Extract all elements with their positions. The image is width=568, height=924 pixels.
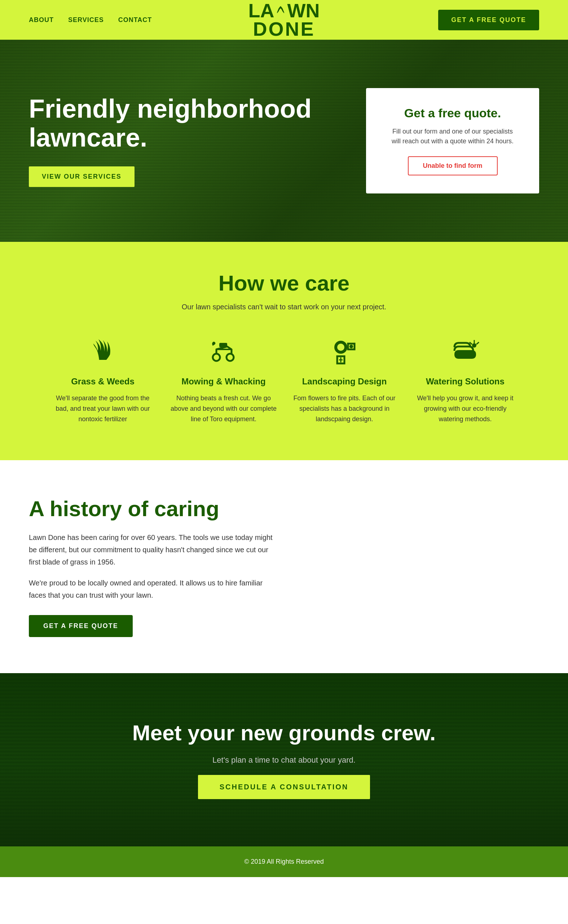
logo-lawn: LA — [248, 2, 275, 20]
header-get-quote-button[interactable]: GET A FREE QUOTE — [438, 10, 539, 30]
service-watering-title: Watering Solutions — [412, 376, 518, 386]
nav-contact[interactable]: CONTACT — [118, 16, 152, 24]
history-get-quote-button[interactable]: GET A FREE QUOTE — [29, 615, 133, 637]
how-we-care-section: How we care Our lawn specialists can't w… — [0, 242, 568, 460]
nav-services[interactable]: SERVICES — [68, 16, 104, 24]
service-landscaping-title: Landscaping Design — [292, 376, 398, 386]
footer: © 2019 All Rights Reserved — [0, 847, 568, 877]
service-mowing-desc: Nothing beats a fresh cut. We go above a… — [171, 393, 277, 424]
svg-point-5 — [337, 344, 344, 351]
meet-crew-title: Meet your new grounds crew. — [132, 720, 436, 745]
schedule-consultation-button[interactable]: SCHEDULE A CONSULTATION — [198, 775, 370, 799]
svg-rect-2 — [219, 343, 227, 347]
logo-done: DONE — [248, 20, 320, 38]
service-mowing-title: Mowing & Whacking — [171, 376, 277, 386]
history-section: A history of caring Lawn Done has been c… — [0, 460, 568, 673]
history-paragraph1: Lawn Done has been caring for over 60 ye… — [29, 531, 274, 568]
how-we-care-subtitle: Our lawn specialists can't wait to start… — [29, 303, 539, 311]
history-paragraph2: We're proud to be locally owned and oper… — [29, 577, 274, 601]
landscaping-design-icon — [292, 336, 398, 369]
svg-point-0 — [213, 354, 220, 361]
hero-text: Friendly neighborhood lawncare. VIEW OUR… — [29, 95, 344, 186]
logo-grass-icon — [275, 5, 287, 18]
mowing-whacking-icon — [171, 336, 277, 369]
footer-copyright: © 2019 All Rights Reserved — [244, 858, 323, 865]
meet-crew-subtitle: Let's plan a time to chat about your yar… — [212, 756, 356, 765]
quote-card-description: Fill out our form and one of our special… — [388, 127, 518, 146]
view-services-button[interactable]: VIEW OUR SERVICES — [29, 167, 134, 187]
hero-headline: Friendly neighborhood lawncare. — [29, 95, 344, 151]
service-grass-weeds: Grass & Weeds We'll separate the good fr… — [50, 336, 156, 424]
svg-point-1 — [227, 354, 234, 361]
service-mowing-whacking: Mowing & Whacking Nothing beats a fresh … — [171, 336, 277, 424]
service-grass-weeds-desc: We'll separate the good from the bad, an… — [50, 393, 156, 424]
service-watering-desc: We'll help you grow it, and keep it grow… — [412, 393, 518, 424]
svg-point-9 — [472, 343, 476, 348]
logo-wn: WN — [287, 2, 320, 20]
meet-crew-section: Meet your new grounds crew. Let's plan a… — [0, 673, 568, 847]
quote-card-title: Get a free quote. — [388, 106, 518, 120]
logo: LA WN DONE — [248, 2, 320, 39]
nav-about[interactable]: ABOUT — [29, 16, 54, 24]
svg-point-6 — [349, 345, 353, 348]
main-nav: ABOUT SERVICES CONTACT — [29, 16, 152, 24]
services-grid: Grass & Weeds We'll separate the good fr… — [50, 336, 518, 424]
quote-card: Get a free quote. Fill out our form and … — [366, 88, 539, 194]
service-watering: Watering Solutions We'll help you grow i… — [412, 336, 518, 424]
service-landscaping-desc: Fom flowers to fire pits. Each of our sp… — [292, 393, 398, 424]
service-grass-weeds-title: Grass & Weeds — [50, 376, 156, 386]
grass-weeds-icon — [50, 336, 156, 369]
how-we-care-title: How we care — [29, 271, 539, 295]
service-landscaping: Landscaping Design Fom flowers to fire p… — [292, 336, 398, 424]
form-error-message: Unable to find form — [408, 156, 498, 176]
watering-solutions-icon — [412, 336, 518, 369]
history-title: A history of caring — [29, 496, 539, 521]
hero-section: Friendly neighborhood lawncare. VIEW OUR… — [0, 40, 568, 242]
